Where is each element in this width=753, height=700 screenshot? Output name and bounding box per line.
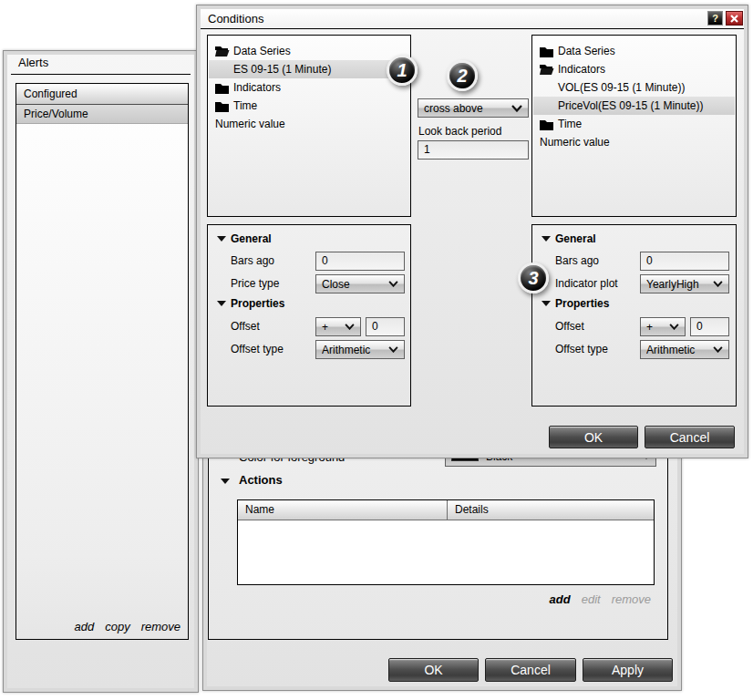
offset-type-dropdown[interactable]: Arithmetic (640, 340, 729, 359)
offset-type-label: Offset type (231, 343, 284, 355)
alerts-copy-link[interactable]: copy (105, 620, 129, 633)
callout-badge-1: 1 (387, 55, 418, 86)
conditions-dialog: Conditions ? Data Series ES 09-15 (1 Min… (196, 5, 748, 458)
alerts-title-bar: Alerts (7, 55, 194, 74)
tree-item-time[interactable]: Time (533, 115, 735, 133)
tree-item-numeric-value[interactable]: Numeric value (533, 133, 735, 151)
offset-type-dropdown[interactable]: Arithmetic (315, 340, 405, 359)
actions-add-link[interactable]: add (550, 592, 571, 606)
alert-cancel-button[interactable]: Cancel (485, 658, 576, 682)
alert-ok-button[interactable]: OK (388, 658, 479, 682)
offset-type-label: Offset type (555, 343, 608, 355)
look-back-label: Look back period (418, 125, 501, 138)
operator-dropdown[interactable]: cross above (418, 98, 529, 118)
operator-value: cross above (424, 102, 508, 115)
screen: Alerts Configured Price/Volume addcopyre… (0, 0, 753, 700)
chevron-down-icon (713, 281, 723, 287)
offset-value-input[interactable]: 0 (690, 317, 729, 336)
offset-label: Offset (231, 320, 260, 333)
tree-item-indicators[interactable]: Indicators (533, 60, 735, 78)
actions-edit-link[interactable]: edit (582, 592, 601, 606)
general-section-header[interactable]: General (555, 232, 596, 245)
tree-item-pricevol[interactable]: PriceVol(ES 09-15 (1 Minute)) (533, 97, 735, 115)
properties-section-header[interactable]: Properties (231, 297, 284, 310)
alerts-link-row: addcopyremove (63, 620, 181, 633)
conditions-cancel-button[interactable]: Cancel (645, 426, 735, 448)
conditions-ok-button[interactable]: OK (549, 426, 638, 448)
indicator-plot-label: Indicator plot (555, 277, 618, 290)
tree-item-vol[interactable]: VOL(ES 09-15 (1 Minute)) (533, 78, 735, 97)
chevron-down-icon (511, 105, 522, 112)
configured-alerts-list: Configured Price/Volume addcopyremove (15, 83, 189, 640)
offset-value-input[interactable]: 0 (366, 317, 405, 336)
actions-link-row: addeditremove (539, 592, 651, 606)
tree-item-numeric-value[interactable]: Numeric value (209, 115, 409, 133)
chevron-down-icon (713, 346, 723, 353)
callout-badge-2: 2 (447, 60, 478, 91)
alert-apply-button[interactable]: Apply (583, 658, 673, 682)
tree-item-data-series[interactable]: Data Series (533, 42, 735, 60)
bars-ago-label: Bars ago (231, 254, 274, 267)
actions-table-header: Name Details (238, 500, 654, 520)
configured-column-header: Configured (16, 84, 188, 105)
price-type-label: Price type (231, 277, 279, 290)
alerts-remove-link[interactable]: remove (141, 620, 181, 633)
actions-details-column-header: Details (448, 500, 654, 520)
look-back-input[interactable]: 1 (418, 140, 529, 160)
alerts-window-title: Alerts (18, 56, 48, 69)
tree-item-data-series[interactable]: Data Series (209, 42, 409, 60)
offset-sign-dropdown[interactable]: + (640, 317, 686, 336)
title-divider (11, 74, 191, 75)
actions-name-column-header: Name (238, 500, 448, 520)
indicator-plot-dropdown[interactable]: YearlyHigh (640, 274, 729, 293)
chevron-down-icon (388, 281, 398, 287)
help-button[interactable]: ? (707, 11, 723, 26)
bars-ago-input[interactable]: 0 (315, 252, 405, 271)
left-properties-panel: General Bars ago 0 Price type Close Prop… (207, 224, 411, 407)
close-icon (730, 15, 738, 23)
general-collapse-triangle-icon[interactable] (542, 236, 551, 242)
general-section-header[interactable]: General (231, 232, 272, 245)
conditions-dialog-title: Conditions (208, 12, 263, 26)
callout-badge-3: 3 (518, 262, 549, 293)
conditions-title-bar: Conditions ? (201, 9, 744, 29)
properties-section-header[interactable]: Properties (555, 297, 609, 310)
right-condition-tree: Data Series Indicators VOL(ES 09-15 (1 M… (531, 35, 737, 217)
price-type-dropdown[interactable]: Close (315, 274, 405, 293)
right-properties-panel: General Bars ago 0 Indicator plot Yearly… (531, 224, 737, 407)
alert-list-item[interactable]: Price/Volume (16, 105, 188, 124)
general-collapse-triangle-icon[interactable] (217, 236, 226, 242)
properties-collapse-triangle-icon[interactable] (542, 301, 551, 306)
alerts-add-link[interactable]: add (74, 620, 94, 633)
close-button[interactable] (726, 11, 743, 26)
properties-collapse-triangle-icon[interactable] (217, 301, 226, 306)
tree-item-es-0915[interactable]: ES 09-15 (1 Minute) (209, 60, 409, 78)
offset-sign-dropdown[interactable]: + (315, 317, 361, 336)
actions-section-header[interactable]: Actions (239, 473, 283, 487)
actions-remove-link[interactable]: remove (612, 592, 651, 606)
tree-item-time[interactable]: Time (209, 97, 409, 115)
chevron-down-icon (345, 324, 355, 330)
actions-table: Name Details (237, 499, 655, 585)
left-condition-tree: Data Series ES 09-15 (1 Minute) Indicato… (207, 35, 411, 217)
alerts-window: Alerts Configured Price/Volume addcopyre… (3, 50, 199, 693)
bars-ago-input[interactable]: 0 (640, 252, 729, 271)
chevron-down-icon (669, 324, 679, 330)
offset-label: Offset (555, 320, 584, 333)
tree-item-indicators[interactable]: Indicators (209, 78, 409, 97)
actions-collapse-triangle-icon[interactable] (221, 479, 230, 484)
chevron-down-icon (388, 346, 398, 353)
bars-ago-label: Bars ago (555, 254, 599, 267)
